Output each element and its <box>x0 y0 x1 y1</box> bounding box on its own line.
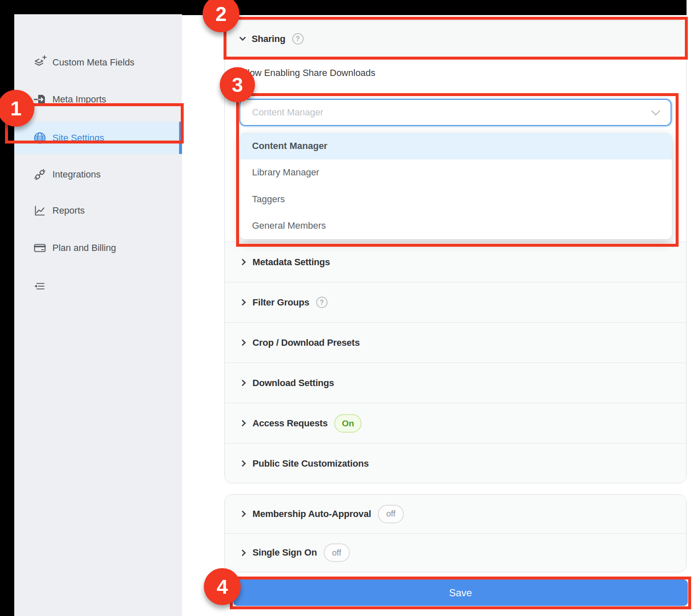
share-downloads-dropdown-menu: Content Manager Library Manager Taggers … <box>239 133 672 239</box>
sidebar-item-integrations[interactable]: Integrations <box>14 163 182 186</box>
credit-card-icon <box>33 241 47 255</box>
file-import-icon <box>33 92 47 107</box>
sidebar-item-label: Reports <box>52 205 85 216</box>
save-button[interactable]: Save <box>233 579 688 606</box>
chevron-right-icon <box>239 420 246 427</box>
sidebar-item-label: Integrations <box>52 169 101 180</box>
section-label: Metadata Settings <box>252 257 330 268</box>
sidebar-item-reports[interactable]: Reports <box>14 199 182 222</box>
sidebar-item-label: Plan and Billing <box>52 243 116 253</box>
status-badge-off: off <box>324 543 350 562</box>
select-placeholder: Content Manager <box>252 107 323 118</box>
sharing-help-icon[interactable]: ? <box>292 33 304 44</box>
section-single-sign-on[interactable]: Single Sign On off <box>225 533 686 572</box>
sidebar-item-label: Custom Meta Fields <box>52 57 135 68</box>
annotation-badge-4: 4 <box>204 568 241 605</box>
dropdown-option-taggers[interactable]: Taggers <box>239 186 672 213</box>
section-metadata-settings[interactable]: Metadata Settings <box>225 242 686 282</box>
settings-sidebar: Custom Meta Fields Meta Imports Site <box>14 14 182 616</box>
plug-icon <box>33 167 47 182</box>
section-label: Single Sign On <box>252 547 317 558</box>
sharing-section-title: Sharing <box>252 34 286 44</box>
chevron-right-icon <box>239 380 246 386</box>
collapse-sidebar-icon <box>33 279 47 293</box>
sidebar-item-site-settings[interactable]: Site Settings <box>14 122 182 154</box>
section-label: Access Requests <box>252 418 328 429</box>
section-public-site-customizations[interactable]: Public Site Customizations <box>225 443 686 483</box>
chevron-right-icon <box>239 259 246 266</box>
sidebar-item-plan-and-billing[interactable]: Plan and Billing <box>14 236 182 260</box>
sidebar-item-label: Meta Imports <box>52 94 106 105</box>
section-label: Filter Groups <box>252 297 310 308</box>
share-downloads-select[interactable]: Content Manager <box>239 99 671 126</box>
section-filter-groups[interactable]: Filter Groups ? <box>225 282 686 322</box>
chevron-right-icon <box>239 511 246 517</box>
chevron-right-icon <box>239 549 246 556</box>
site-settings-page: Custom Meta Fields Meta Imports Site <box>0 0 692 616</box>
selected-indicator-bar <box>179 122 182 154</box>
chevron-right-icon <box>239 339 246 346</box>
chevron-right-icon <box>239 460 246 467</box>
status-badge-on: On <box>334 414 362 433</box>
section-membership-auto-approval[interactable]: Membership Auto-Approval off <box>225 495 686 533</box>
section-label: Crop / Download Presets <box>252 337 360 348</box>
sidebar-collapse-button[interactable] <box>14 274 182 298</box>
dropdown-option-general-members[interactable]: General Members <box>239 213 672 240</box>
section-label: Membership Auto-Approval <box>252 509 371 519</box>
sharing-section-header[interactable]: Sharing ? <box>225 21 686 57</box>
section-crop-download-presets[interactable]: Crop / Download Presets <box>225 322 686 363</box>
section-label: Download Settings <box>252 378 334 389</box>
membership-sso-panel: Membership Auto-Approval off Single Sign… <box>224 494 687 572</box>
top-black-strip <box>0 0 687 15</box>
globe-icon <box>33 131 47 145</box>
sidebar-item-label: Site Settings <box>52 133 104 144</box>
site-settings-panel: Sharing ? Allow Enabling Share Downloads… <box>224 20 687 483</box>
section-label: Public Site Customizations <box>252 458 369 469</box>
layers-plus-icon <box>33 55 47 70</box>
line-chart-icon <box>33 204 47 218</box>
chevron-down-icon <box>239 34 246 41</box>
section-download-settings[interactable]: Download Settings <box>225 363 686 403</box>
filter-groups-help-icon[interactable]: ? <box>316 297 328 308</box>
status-badge-off: off <box>378 505 404 523</box>
dropdown-option-library-manager[interactable]: Library Manager <box>239 159 672 186</box>
section-access-requests[interactable]: Access Requests On <box>225 403 686 443</box>
share-downloads-field-label: Allow Enabling Share Downloads <box>239 68 375 78</box>
annotation-badge-3: 3 <box>220 67 255 102</box>
chevron-right-icon <box>239 299 246 306</box>
collapsed-sections: Metadata Settings Filter Groups ? Crop /… <box>225 242 686 483</box>
sidebar-item-meta-imports[interactable]: Meta Imports <box>14 88 182 111</box>
sidebar-item-custom-meta-fields[interactable]: Custom Meta Fields <box>14 51 182 74</box>
dropdown-option-content-manager[interactable]: Content Manager <box>239 133 672 159</box>
chevron-down-icon <box>651 106 660 115</box>
